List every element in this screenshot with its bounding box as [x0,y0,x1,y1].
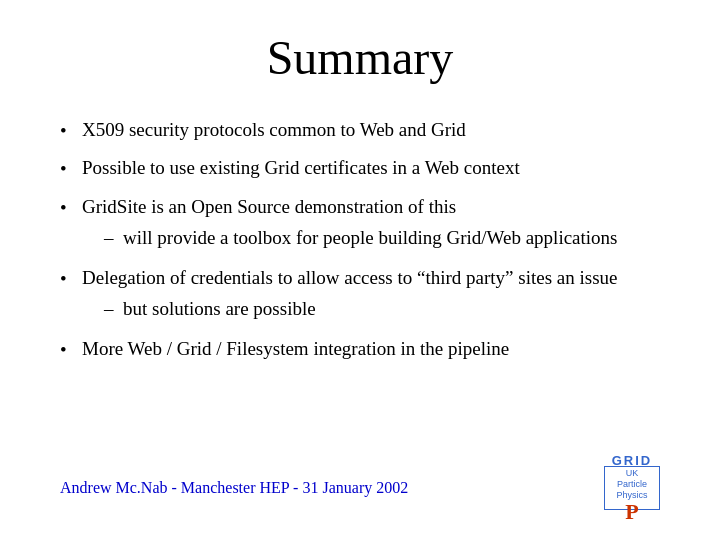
footer-text: Andrew Mc.Nab - Manchester HEP - 31 Janu… [60,479,408,497]
list-item: • Delegation of credentials to allow acc… [60,263,660,326]
bullet-content: GridSite is an Open Source demonstration… [82,192,617,255]
list-item: • More Web / Grid / Filesystem integrati… [60,334,660,364]
sub-list: – but solutions are possible [82,294,618,323]
sub-text: – but solutions are possible [104,294,316,323]
grid-logo-top: GRID [612,453,653,468]
bullet-dot: • [60,115,82,145]
bullet-text: GridSite is an Open Source demonstration… [82,196,456,217]
list-item: – but solutions are possible [104,294,618,323]
bullet-dot: • [60,263,82,293]
grid-logo: GRID UKParticlePhysics P [604,466,660,510]
list-item: – will provide a toolbox for people buil… [104,223,617,252]
bullet-dot: • [60,192,82,222]
bullet-list: • X509 security protocols common to Web … [60,115,660,364]
grid-logo-mid: UKParticlePhysics [616,468,647,500]
sub-text: – will provide a toolbox for people buil… [104,223,617,252]
grid-logo-bottom: P [625,501,638,523]
sub-list: – will provide a toolbox for people buil… [82,223,617,252]
list-item: • GridSite is an Open Source demonstrati… [60,192,660,255]
bullet-text: More Web / Grid / Filesystem integration… [82,334,509,363]
footer: Andrew Mc.Nab - Manchester HEP - 31 Janu… [60,456,660,510]
bullet-dot: • [60,334,82,364]
list-item: • Possible to use existing Grid certific… [60,153,660,183]
list-item: • X509 security protocols common to Web … [60,115,660,145]
bullet-text: Possible to use existing Grid certificat… [82,153,520,182]
slide: Summary • X509 security protocols common… [0,0,720,540]
slide-title: Summary [60,30,660,85]
slide-content: • X509 security protocols common to Web … [60,115,660,456]
bullet-text: Delegation of credentials to allow acces… [82,267,618,288]
bullet-dot: • [60,153,82,183]
bullet-content: Delegation of credentials to allow acces… [82,263,618,326]
bullet-text: X509 security protocols common to Web an… [82,115,466,144]
